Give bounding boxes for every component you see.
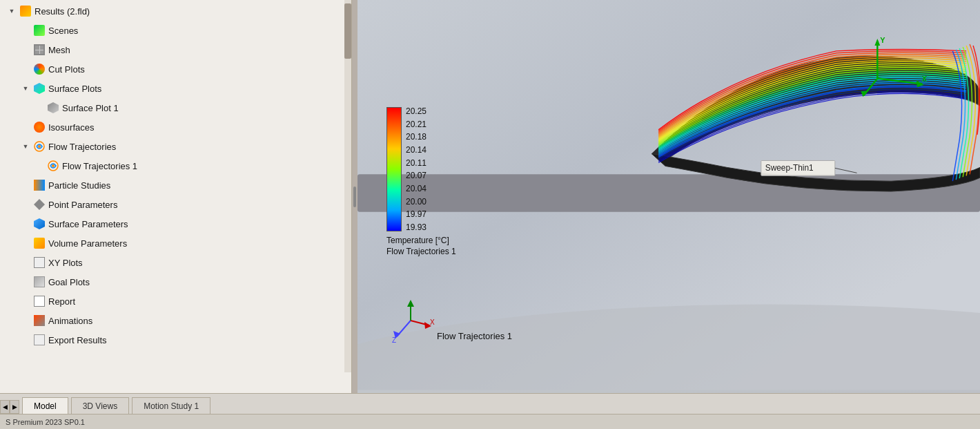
svg-text:X: X (922, 75, 928, 83)
svg-text:Sweep-Thin1: Sweep-Thin1 (765, 163, 814, 173)
svg-point-3 (52, 164, 55, 167)
tree-icon-goalplots (33, 276, 46, 288)
legend-value: 20.21 (406, 120, 427, 128)
tree-expander (21, 122, 30, 132)
tabs-bar: ◀ ▶ Model3D ViewsMotion Study 1 (0, 393, 980, 414)
tree-label: Volume Parameters (48, 238, 127, 249)
tree-expander (21, 296, 30, 306)
tree-label: Surface Plots (48, 84, 101, 94)
tree-label: Scenes (48, 26, 78, 36)
legend-value: 19.93 (406, 223, 427, 231)
status-bar: S Premium 2023 SP0.1 (0, 414, 980, 429)
status-text: S Premium 2023 SP0.1 (6, 418, 85, 426)
tree-label: Point Parameters (48, 200, 117, 210)
tree-expander (21, 26, 30, 35)
svg-marker-25 (407, 300, 414, 307)
sidebar-item-surfaceparameters[interactable]: Surface Parameters (0, 214, 351, 233)
sidebar-item-goalplots[interactable]: Goal Plots (0, 272, 351, 292)
sidebar-item-report[interactable]: Report (0, 292, 351, 311)
sidebar-item-scenes[interactable]: Scenes (0, 21, 351, 40)
sidebar-item-volumeparameters[interactable]: Volume Parameters (0, 233, 351, 253)
legend-value: 20.00 (406, 198, 427, 206)
tree-icon-surfaceparams (33, 218, 46, 230)
tree-expander (21, 335, 30, 345)
sidebar-item-particlestudies[interactable]: Particle Studies (0, 175, 351, 195)
tree-label: Animations (48, 316, 92, 326)
sidebar-scroll[interactable]: ▼Results (2.fld)ScenesMeshCut Plots▼Surf… (0, 0, 351, 393)
tree-icon-scenes (33, 24, 46, 37)
legend-colorbar (386, 107, 402, 231)
tree-expander (21, 277, 30, 287)
tree-icon-results (19, 5, 32, 17)
tree-label: Mesh (48, 45, 70, 55)
flow-label-text: Flow Trajectories 1 (437, 331, 512, 341)
tree-label: Goal Plots (48, 277, 90, 287)
legend-labels: 20.2520.2120.1820.1420.1120.0720.0420.00… (406, 107, 427, 231)
tree-label: XY Plots (48, 258, 83, 268)
legend-title: Temperature [°C] (386, 236, 456, 245)
tree-expander (21, 316, 30, 325)
tabs-container: Model3D ViewsMotion Study 1 (22, 397, 212, 414)
axis-indicator: Z X (386, 296, 435, 345)
tree-expander (21, 180, 30, 190)
scrollbar-thumb[interactable] (344, 3, 351, 59)
tree-label: Report (48, 296, 75, 307)
tree-icon-export (33, 334, 46, 346)
viewport[interactable]: Y X Sweep-Thin1 20.2520.2120.1820.1 (357, 0, 980, 393)
sidebar-item-pointparameters[interactable]: Point Parameters (0, 195, 351, 214)
flow-trajectories-label: Flow Trajectories 1 (437, 331, 512, 341)
tree-icon-cutplots (33, 63, 46, 75)
sidebar: ▼Results (2.fld)ScenesMeshCut Plots▼Surf… (0, 0, 352, 393)
tree-expander (21, 200, 30, 209)
tree-expander[interactable]: ▼ (7, 6, 17, 16)
tree-icon-surfaceplots (33, 82, 46, 95)
color-legend: 20.2520.2120.1820.1420.1120.0720.0420.00… (386, 107, 456, 256)
tree-icon-isosurfaces (33, 121, 46, 133)
tree-icon-xyplots (33, 256, 46, 269)
tree-label: Export Results (48, 335, 107, 345)
tree-icon-particlestudies (33, 179, 46, 191)
tree-label: Flow Trajectories (48, 142, 116, 152)
svg-text:Z: Z (392, 336, 396, 344)
sidebar-item-animations[interactable]: Animations (0, 311, 351, 330)
tree-expander (35, 103, 44, 113)
tree-label: Surface Parameters (48, 219, 128, 229)
tree-expander[interactable]: ▼ (21, 84, 30, 93)
sidebar-item-exportresults[interactable]: Export Results (0, 330, 351, 350)
tab-3dviews[interactable]: 3D Views (71, 397, 129, 414)
tree-expander[interactable]: ▼ (21, 142, 30, 151)
sidebar-item-flowtrajectories1[interactable]: Flow Trajectories 1 (0, 156, 351, 175)
sidebar-item-surfaceplot1[interactable]: Surface Plot 1 (0, 98, 351, 117)
splitter[interactable] (352, 0, 357, 393)
tree-icon-surfaceplot1 (47, 102, 59, 114)
tree-expander (21, 64, 30, 74)
tab-model[interactable]: Model (22, 397, 68, 414)
tab-next-button[interactable]: ▶ (10, 400, 19, 414)
tree-label: Results (2.fld) (35, 6, 90, 17)
sidebar-item-mesh[interactable]: Mesh (0, 40, 351, 59)
sidebar-item-surfaceplots[interactable]: ▼Surface Plots (0, 79, 351, 98)
tree-expander (35, 161, 44, 171)
tree-expander (21, 45, 30, 55)
tab-motionstudy1[interactable]: Motion Study 1 (132, 397, 210, 414)
tree-icon-animations (33, 314, 46, 327)
tree-icon-report (33, 295, 46, 307)
tab-prev-button[interactable]: ◀ (0, 400, 10, 414)
sidebar-item-results[interactable]: ▼Results (2.fld) (0, 1, 351, 21)
legend-value: 20.11 (406, 159, 427, 167)
legend-value: 20.07 (406, 171, 427, 180)
sidebar-item-isosurfaces[interactable]: Isosurfaces (0, 117, 351, 137)
tree-icon-volumeparams (33, 237, 46, 249)
legend-value: 20.18 (406, 133, 427, 141)
main-area: ▼Results (2.fld)ScenesMeshCut Plots▼Surf… (0, 0, 980, 393)
svg-text:X: X (430, 318, 435, 326)
sidebar-item-cutplots[interactable]: Cut Plots (0, 59, 351, 79)
legend-value: 20.25 (406, 107, 427, 115)
tree-label: Flow Trajectories 1 (62, 161, 137, 171)
tree-icon-flowtrajectories (33, 140, 46, 153)
legend-value: 20.14 (406, 146, 427, 154)
svg-text:Y: Y (880, 36, 885, 44)
tree-icon-pointparams (33, 198, 46, 211)
sidebar-item-xyplots[interactable]: XY Plots (0, 253, 351, 272)
sidebar-item-flowtrajectories[interactable]: ▼Flow Trajectories (0, 137, 351, 156)
